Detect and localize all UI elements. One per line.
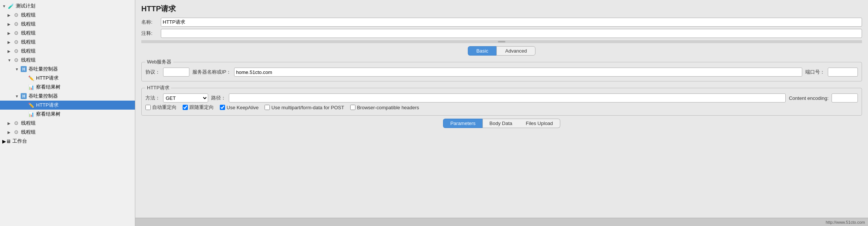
main-content: HTTP请求 名称: 注释: Basic Advanced Web服务器 协议：… [135, 0, 868, 226]
keepalive-checkbox[interactable] [220, 105, 225, 110]
sidebar-item-throttle2[interactable]: ▼ H 吞吐量控制器 [0, 92, 135, 101]
sidebar-item-view2[interactable]: 📊 察看结果树 [0, 110, 135, 119]
gear-icon-tg2: ⚙ [13, 21, 20, 27]
throttle2-icon: H [20, 93, 27, 99]
sidebar-item-http2[interactable]: ✏️ HTTP请求 [0, 101, 135, 110]
path-label: 路径： [211, 95, 226, 101]
keepalive-label: Use KeepAlive [227, 105, 259, 110]
sidebar-item-tg3[interactable]: ▶ ⚙ 线程组 [0, 29, 135, 38]
http-request-legend: HTTP请求 [145, 84, 171, 91]
sidebar-item-tg8[interactable]: ▶ ⚙ 线程组 [0, 128, 135, 137]
arrow-plan: ▼ [2, 4, 8, 8]
browser-compat-label: Browser-compatible headers [357, 105, 419, 110]
gear-icon-tg4: ⚙ [13, 39, 20, 45]
plan-label: 测试计划 [16, 3, 35, 9]
path-input[interactable] [229, 93, 786, 102]
server-label: 服务器名称或IP： [192, 69, 231, 75]
checkbox-browser-compat[interactable]: Browser-compatible headers [350, 105, 419, 110]
checkbox-follow-redirect[interactable]: 跟随重定向 [183, 104, 214, 111]
workbench-item[interactable]: ▶ 🖥 工作台 [0, 137, 135, 146]
auto-redirect-checkbox[interactable] [145, 105, 151, 110]
divider-handle [141, 40, 862, 43]
http-panel: HTTP请求 名称: 注释: Basic Advanced Web服务器 协议：… [135, 0, 868, 226]
sidebar-item-tg1[interactable]: ▶ ⚙ 线程组 [0, 11, 135, 20]
plan-icon: 🧪 [8, 3, 14, 9]
gear-icon-tg6: ⚙ [13, 57, 20, 63]
follow-redirect-label: 跟随重定向 [189, 104, 214, 111]
sidebar-item-view1[interactable]: 📊 察看结果树 [0, 83, 135, 92]
protocol-label: 协议： [145, 69, 160, 75]
comment-label: 注释: [141, 30, 161, 37]
view1-label: 察看结果树 [36, 84, 60, 90]
web-server-legend: Web服务器 [145, 59, 173, 65]
server-input[interactable] [234, 68, 802, 77]
view1-icon: 📊 [28, 84, 35, 90]
throttle2-label: 吞吐量控制器 [29, 93, 58, 99]
tg7-label: 线程组 [21, 120, 36, 127]
checkboxes-row: 自动重定向 跟随重定向 Use KeepAlive Use multipart/… [145, 104, 858, 111]
name-row: 名称: [141, 18, 862, 27]
multipart-label: Use multipart/form-data for POST [271, 105, 344, 110]
method-select[interactable]: GET POST PUT DELETE HEAD OPTIONS PATCH [163, 93, 208, 102]
tg3-label: 线程组 [21, 30, 36, 36]
http2-label: HTTP请求 [36, 102, 59, 108]
bottom-tab-bar: Parameters Body Data Files Upload [141, 119, 862, 128]
multipart-checkbox[interactable] [265, 105, 270, 110]
sidebar-item-throttle1[interactable]: ▼ H 吞吐量控制器 [0, 65, 135, 74]
sidebar-item-tg6[interactable]: ▼ ⚙ 线程组 [0, 56, 135, 65]
sidebar-item-tg4[interactable]: ▶ ⚙ 线程组 [0, 38, 135, 47]
sidebar-item-tg7[interactable]: ▶ ⚙ 线程组 [0, 119, 135, 128]
browser-compat-checkbox[interactable] [350, 105, 355, 110]
auto-redirect-label: 自动重定向 [152, 104, 177, 111]
port-label: 端口号： [805, 69, 825, 75]
web-server-fieldset: Web服务器 协议： 服务器名称或IP： 端口号： [141, 59, 862, 81]
tg4-label: 线程组 [21, 39, 36, 45]
tab-files-upload[interactable]: Files Upload [519, 119, 560, 128]
sidebar-item-tg2[interactable]: ▶ ⚙ 线程组 [0, 20, 135, 29]
gear-icon-tg7: ⚙ [13, 120, 20, 127]
sidebar: ▼ 🧪 测试计划 ▶ ⚙ 线程组 ▶ ⚙ 线程组 ▶ ⚙ 线程组 ▶ ⚙ 线程组… [0, 0, 135, 226]
http2-icon: ✏️ [28, 102, 35, 108]
port-input[interactable] [828, 68, 858, 77]
view2-icon: 📊 [28, 111, 35, 118]
encoding-label: Content encoding: [789, 95, 829, 101]
tab-advanced[interactable]: Advanced [496, 46, 535, 56]
tab-basic[interactable]: Basic [468, 46, 497, 56]
page-title: HTTP请求 [141, 4, 862, 14]
sidebar-item-http1[interactable]: ✏️ HTTP请求 [0, 74, 135, 83]
tab-bar: Basic Advanced [141, 46, 862, 56]
name-input[interactable] [161, 18, 862, 27]
tg8-label: 线程组 [21, 129, 36, 136]
checkbox-auto-redirect[interactable]: 自动重定向 [145, 104, 177, 111]
status-text: http://www.51cto.com [826, 220, 865, 224]
comment-row: 注释: [141, 29, 862, 38]
tab-parameters[interactable]: Parameters [443, 119, 482, 128]
tg6-label: 线程组 [21, 57, 36, 63]
protocol-input[interactable] [163, 68, 189, 77]
checkbox-keepalive[interactable]: Use KeepAlive [220, 105, 259, 110]
workbench-label: 工作台 [12, 138, 27, 145]
tab-body-data[interactable]: Body Data [482, 119, 519, 128]
method-path-row: 方法： GET POST PUT DELETE HEAD OPTIONS PAT… [145, 93, 858, 102]
http1-label: HTTP请求 [36, 75, 59, 81]
gear-icon-tg3: ⚙ [13, 30, 20, 36]
follow-redirect-checkbox[interactable] [183, 105, 188, 110]
name-label: 名称: [141, 19, 161, 26]
gear-icon-tg5: ⚙ [13, 48, 20, 54]
sidebar-item-tg5[interactable]: ▶ ⚙ 线程组 [0, 47, 135, 56]
gear-icon-tg8: ⚙ [13, 129, 20, 136]
gear-icon-tg1: ⚙ [13, 12, 20, 18]
divider-dot [498, 41, 505, 42]
sidebar-item-plan[interactable]: ▼ 🧪 测试计划 [0, 2, 135, 11]
view2-label: 察看结果树 [36, 111, 60, 118]
checkbox-multipart[interactable]: Use multipart/form-data for POST [265, 105, 344, 110]
comment-input[interactable] [161, 29, 862, 38]
tg1-label: 线程组 [21, 12, 36, 18]
throttle1-icon: H [20, 66, 27, 72]
tg2-label: 线程组 [21, 21, 36, 27]
throttle1-label: 吞吐量控制器 [29, 66, 58, 72]
tg5-label: 线程组 [21, 48, 36, 54]
encoding-input[interactable] [832, 93, 858, 102]
web-server-row: 协议： 服务器名称或IP： 端口号： [145, 68, 858, 77]
status-bar: http://www.51cto.com [135, 218, 868, 226]
